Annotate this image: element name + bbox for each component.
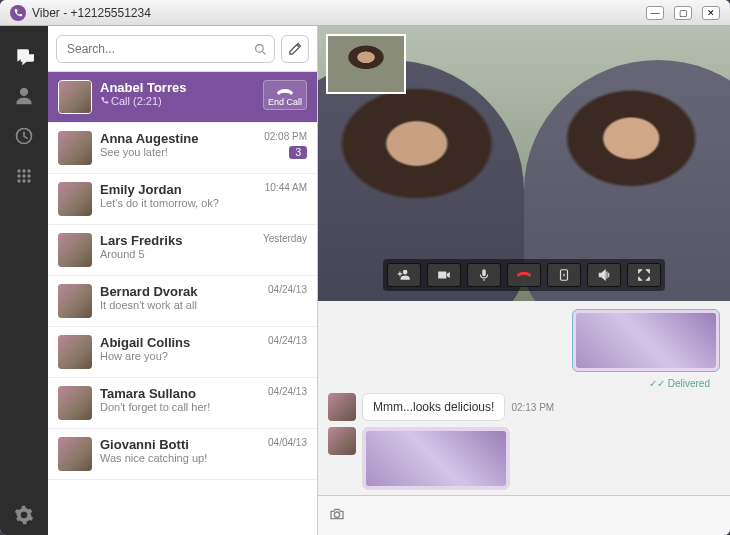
timestamp: 04/24/13 xyxy=(268,386,307,397)
message-input-row xyxy=(318,495,730,535)
attach-button[interactable] xyxy=(328,506,346,526)
message-preview: It doesn't work at all xyxy=(100,299,268,311)
toggle-video-button[interactable] xyxy=(427,263,461,287)
avatar xyxy=(58,80,92,114)
message-in: Mmm...looks delicious! 02:13 PM xyxy=(328,393,720,421)
nav-settings[interactable] xyxy=(0,495,48,535)
avatar xyxy=(328,393,356,421)
conversation-active-call[interactable]: Anabel Torres Call (2:21) End Call xyxy=(48,72,317,123)
svg-point-6 xyxy=(17,179,20,182)
search-input[interactable] xyxy=(56,35,275,63)
compose-button[interactable] xyxy=(281,35,309,63)
unread-badge: 3 xyxy=(289,146,307,159)
svg-point-4 xyxy=(22,174,25,177)
image-message-bubble[interactable] xyxy=(362,427,510,490)
dialpad-icon xyxy=(14,166,34,186)
svg-point-7 xyxy=(22,179,25,182)
timestamp: 04/04/13 xyxy=(268,437,307,448)
call-status: Call (2:21) xyxy=(100,95,263,107)
person-icon xyxy=(14,86,34,106)
svg-point-11 xyxy=(334,512,339,517)
message-preview: Was nice catching up! xyxy=(100,452,268,464)
nav-chats[interactable] xyxy=(0,36,48,76)
viber-logo-icon xyxy=(10,5,26,21)
app-window: Viber - +12125551234 — ▢ ✕ xyxy=(0,0,730,535)
contact-name: Anabel Torres xyxy=(100,80,263,95)
nav-dialpad[interactable] xyxy=(0,156,48,196)
conversation-item[interactable]: Bernard Dvorak It doesn't work at all 04… xyxy=(48,276,317,327)
search-icon xyxy=(254,42,267,60)
fullscreen-button[interactable] xyxy=(627,263,661,287)
contact-name: Bernard Dvorak xyxy=(100,284,268,299)
delivery-status: ✓✓ Delivered xyxy=(328,378,720,389)
chat-pane: ✓✓ Delivered Mmm...looks delicious! 02:1… xyxy=(318,26,730,535)
maximize-button[interactable]: ▢ xyxy=(674,6,692,20)
hangup-icon xyxy=(516,268,532,282)
avatar xyxy=(58,437,92,471)
close-button[interactable]: ✕ xyxy=(702,6,720,20)
message-preview: Let's do it tomorrow, ok? xyxy=(100,197,265,209)
sent-image xyxy=(576,313,716,368)
conversation-pane: Anabel Torres Call (2:21) End Call xyxy=(48,26,318,535)
nav-recents[interactable] xyxy=(0,116,48,156)
fullscreen-icon xyxy=(636,268,652,282)
conversation-item[interactable]: Giovanni Botti Was nice catching up! 04/… xyxy=(48,429,317,480)
gear-icon xyxy=(14,505,34,525)
message-preview: See you later! xyxy=(100,146,264,158)
message-bubble: Mmm...looks delicious! xyxy=(362,393,505,421)
video-call-area[interactable] xyxy=(318,26,730,301)
avatar xyxy=(58,233,92,267)
clock-icon xyxy=(14,126,34,146)
avatar xyxy=(58,131,92,165)
video-controls xyxy=(383,259,665,291)
titlebar[interactable]: Viber - +12125551234 — ▢ ✕ xyxy=(0,0,730,26)
timestamp: 10:44 AM xyxy=(265,182,307,193)
contact-name: Emily Jordan xyxy=(100,182,265,197)
hangup-icon xyxy=(276,87,294,97)
svg-point-3 xyxy=(17,174,20,177)
window-controls: — ▢ ✕ xyxy=(646,6,720,20)
chat-icon xyxy=(14,46,34,66)
avatar xyxy=(58,386,92,420)
message-preview: How are you? xyxy=(100,350,268,362)
toggle-mic-button[interactable] xyxy=(467,263,501,287)
conversation-item[interactable]: Lars Fredriks Around 5 Yesterday xyxy=(48,225,317,276)
window-title: Viber - +12125551234 xyxy=(32,6,646,20)
conversation-list[interactable]: Anabel Torres Call (2:21) End Call xyxy=(48,72,317,535)
self-video-pip[interactable] xyxy=(326,34,406,94)
transfer-icon xyxy=(556,268,572,282)
conversation-item[interactable]: Tamara Sullano Don't forget to call her!… xyxy=(48,378,317,429)
message-preview: Around 5 xyxy=(100,248,263,260)
add-participant-button[interactable] xyxy=(387,263,421,287)
minimize-button[interactable]: — xyxy=(646,6,664,20)
conversation-item[interactable]: Anna Augestine See you later! 02:08 PM 3 xyxy=(48,123,317,174)
contact-name: Anna Augestine xyxy=(100,131,264,146)
message-list[interactable]: ✓✓ Delivered Mmm...looks delicious! 02:1… xyxy=(318,301,730,495)
volume-button[interactable] xyxy=(587,263,621,287)
timestamp: 04/24/13 xyxy=(268,335,307,346)
timestamp: Yesterday xyxy=(263,233,307,244)
timestamp: 02:08 PM xyxy=(264,131,307,142)
image-message-bubble[interactable] xyxy=(572,309,720,372)
main-content: Anabel Torres Call (2:21) End Call xyxy=(0,26,730,535)
end-call-button[interactable]: End Call xyxy=(263,80,307,110)
nav-rail xyxy=(0,26,48,535)
transfer-button[interactable] xyxy=(547,263,581,287)
search-row xyxy=(48,26,317,72)
volume-icon xyxy=(596,268,612,282)
svg-point-5 xyxy=(27,174,30,177)
hangup-button[interactable] xyxy=(507,263,541,287)
avatar xyxy=(328,427,356,455)
message-out xyxy=(328,309,720,372)
conversation-item[interactable]: Abigail Collins How are you? 04/24/13 xyxy=(48,327,317,378)
svg-point-2 xyxy=(27,169,30,172)
conversation-item[interactable]: Emily Jordan Let's do it tomorrow, ok? 1… xyxy=(48,174,317,225)
video-icon xyxy=(436,268,452,282)
mic-icon xyxy=(476,268,492,282)
timestamp: 04/24/13 xyxy=(268,284,307,295)
contact-name: Giovanni Botti xyxy=(100,437,268,452)
svg-point-8 xyxy=(27,179,30,182)
message-input[interactable] xyxy=(354,503,720,529)
add-person-icon xyxy=(396,268,412,282)
nav-contacts[interactable] xyxy=(0,76,48,116)
